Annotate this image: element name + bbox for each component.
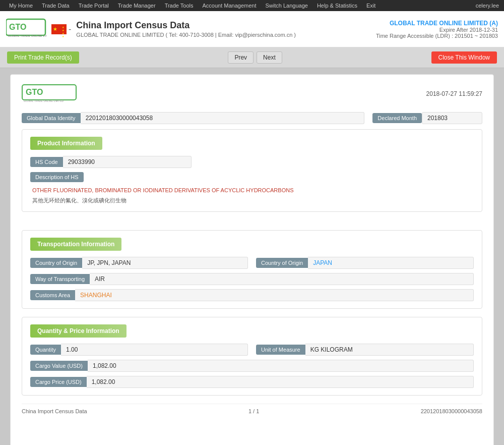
record-logo: GTO GLOBAL TRADE ONLINE LIMITED [22,84,77,104]
record-date: 2018-07-27 11:59:27 [426,90,482,97]
svg-text:GLOBAL TRADE ONLINE LIMITED: GLOBAL TRADE ONLINE LIMITED [8,34,46,37]
transport-section: Transportation Information Country of Or… [22,230,482,309]
footer-right: 22012018030000043058 [421,408,482,414]
identity-row: Global Data Identity 2201201803000004305… [22,112,482,124]
logo-box: GTO GLOBAL TRADE ONLINE LIMITED [6,17,46,42]
customs-group: Customs Area SHANGHAI [30,289,474,301]
nav-buttons-top: Prev Next [228,51,282,64]
hs-desc-cn: 其他无环烃的氟化、溴化或碘化衍生物 [30,197,474,204]
unit-label: Unit of Measure [256,345,305,355]
svg-text:GTO: GTO [9,23,26,31]
header-subtitle: GLOBAL TRADE ONLINE LIMITED ( Tel: 400-7… [76,32,296,38]
next-button-top[interactable]: Next [257,51,282,64]
country-origin-label2: Country of Origin [256,258,308,268]
flag-box: ★ ★★★★ - [51,24,71,34]
footer-left: China Import Census Data [22,408,87,414]
nav-my-home[interactable]: My Home [5,2,37,10]
declared-month-group: Declared Month 201803 [372,112,482,124]
cargo-price-value: 1,082.00 [87,376,474,388]
unit-value: KG KILOGRAM [305,344,474,356]
user-name: celery.lee [476,3,499,9]
country-origin-value1: JP, JPN, JAPAN [82,257,248,269]
date-range: Time Range Accessible (LDR) : 201501 ~ 2… [376,33,498,39]
nav-trade-data[interactable]: Trade Data [38,2,74,10]
cargo-value-label: Cargo Value (USD) [30,361,88,371]
header-left: GTO GLOBAL TRADE ONLINE LIMITED ★ ★★★★ -… [6,17,296,42]
expire-date: Expire After 2018-12-31 [376,27,498,33]
prev-button-top[interactable]: Prev [228,51,254,64]
global-data-identity-value: 22012018030000043058 [81,112,365,124]
header-title-block: China Import Census Data GLOBAL TRADE ON… [76,20,296,38]
cargo-price-row: Cargo Price (USD) 1,082.00 [30,376,474,388]
customs-value: SHANGHAI [75,289,474,301]
customs-label: Customs Area [30,290,75,300]
cargo-price-label: Cargo Price (USD) [30,377,87,387]
company-name: GLOBAL TRADE ONLINE LIMITED (A) [376,20,498,27]
nav-trade-portal[interactable]: Trade Portal [75,2,113,10]
nav-trade-tools[interactable]: Trade Tools [161,2,198,10]
svg-text:GLOBAL TRADE ONLINE LIMITED: GLOBAL TRADE ONLINE LIMITED [24,100,64,102]
way-value: AIR [90,273,474,285]
spacer [22,220,482,230]
country-origin-group1: Country of Origin JP, JPN, JAPAN [30,257,248,269]
product-title: Product Information [30,137,102,150]
record-header: GTO GLOBAL TRADE ONLINE LIMITED 2018-07-… [22,84,482,104]
quantity-unit-row: Quantity 1.00 Unit of Measure KG KILOGRA… [30,344,474,356]
quantity-value: 1.00 [61,344,248,356]
cargo-value-value: 1,082.00 [88,360,474,372]
declared-month-value: 201803 [422,112,482,124]
way-label: Way of Transporting [30,274,90,284]
record-card: GTO GLOBAL TRADE ONLINE LIMITED 2018-07-… [10,74,494,445]
desc-label-row: Description of HS [30,172,474,186]
hs-desc-en: OTHER FLUORINATED, BROMINATED OR IODINAT… [30,186,474,195]
country-origin-label1: Country of Origin [30,258,82,268]
quantity-section: Quantity & Price Information Quantity 1.… [22,317,482,396]
top-navigation: My Home Trade Data Trade Portal Trade Ma… [0,0,504,11]
hs-code-value: 29033990 [63,156,192,168]
global-data-identity-label: Global Data Identity [22,113,81,123]
global-data-identity-group: Global Data Identity 2201201803000004305… [22,112,364,124]
hs-code-label: HS Code [30,157,63,167]
product-section-header: Product Information [30,137,474,156]
header-title: China Import Census Data [76,20,296,31]
transport-section-header: Transportation Information [30,238,474,257]
nav-trade-manager[interactable]: Trade Manager [114,2,160,10]
footer-center: 1 / 1 [248,408,259,414]
cargo-value-row: Cargo Value (USD) 1,082.00 [30,360,474,372]
country-row: Country of Origin JP, JPN, JAPAN Country… [30,257,474,269]
unit-group: Unit of Measure KG KILOGRAM [256,344,474,356]
card-spacer [22,414,482,446]
nav-exit[interactable]: Exit [362,2,380,10]
quantity-section-header: Quantity & Price Information [30,324,474,344]
china-flag: ★ ★★★★ [51,24,67,34]
transport-title: Transportation Information [30,238,121,251]
hs-code-group: HS Code 29033990 [30,156,192,168]
gto-logo: GTO GLOBAL TRADE ONLINE LIMITED [6,17,46,42]
country-origin-group2: Country of Origin JAPAN [256,257,474,269]
main-content: GTO GLOBAL TRADE ONLINE LIMITED 2018-07-… [0,68,504,445]
cargo-price-group: Cargo Price (USD) 1,082.00 [30,376,474,388]
header-right: GLOBAL TRADE ONLINE LIMITED (A) Expire A… [376,20,498,39]
way-row: Way of Transporting AIR [30,273,474,285]
declared-month-label: Declared Month [372,113,422,123]
card-footer: China Import Census Data 1 / 1 220120180… [22,404,482,414]
hs-code-row: HS Code 29033990 [30,156,474,168]
top-action-bar: Print Trade Record(s) Prev Next Close Th… [0,47,504,68]
desc-of-hs-label: Description of HS [30,172,84,182]
svg-text:GTO: GTO [26,88,43,96]
nav-switch-language[interactable]: Switch Language [262,2,312,10]
cargo-value-group: Cargo Value (USD) 1,082.00 [30,360,474,372]
nav-items: My Home Trade Data Trade Portal Trade Ma… [5,2,380,10]
product-section: Product Information HS Code 29033990 Des… [22,129,482,212]
customs-row: Customs Area SHANGHAI [30,289,474,301]
country-origin-value2: JAPAN [308,257,474,269]
close-button-top[interactable]: Close This Window [431,51,497,64]
quantity-group: Quantity 1.00 [30,344,248,356]
quantity-label: Quantity [30,345,61,355]
nav-account-management[interactable]: Account Management [199,2,261,10]
header-bar: GTO GLOBAL TRADE ONLINE LIMITED ★ ★★★★ -… [0,11,504,47]
header-dash: - [69,25,71,34]
print-button-top[interactable]: Print Trade Record(s) [7,51,79,64]
nav-help-statistics[interactable]: Help & Statistics [313,2,361,10]
way-group: Way of Transporting AIR [30,273,474,285]
